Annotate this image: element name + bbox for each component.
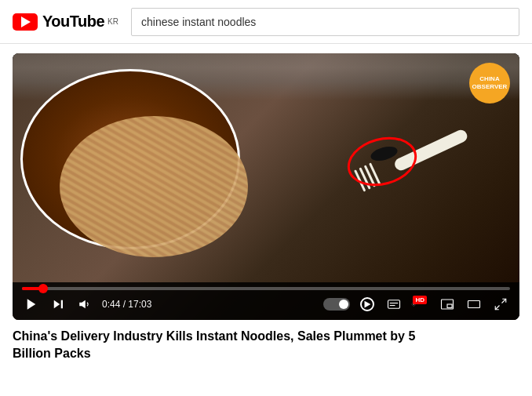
theater-mode-button[interactable]	[465, 295, 483, 314]
video-title: China's Delivery Industry Kills Instant …	[13, 328, 519, 363]
video-title-line1: China's Delivery Industry Kills Instant …	[13, 329, 415, 343]
time-display: 0:44 / 17:03	[102, 299, 151, 310]
svg-rect-11	[468, 301, 480, 308]
svg-marker-1	[54, 300, 60, 309]
logo[interactable]: YouTubeKR	[13, 13, 118, 31]
youtube-wordmark: YouTube	[42, 13, 104, 31]
locale-badge: KR	[107, 17, 118, 26]
next-button[interactable]	[49, 295, 67, 314]
controls-row: 0:44 / 17:03	[22, 295, 510, 314]
progress-bar[interactable]	[22, 287, 510, 290]
video-controls-bar: 0:44 / 17:03	[13, 282, 519, 320]
svg-marker-3	[79, 300, 86, 309]
svg-line-13	[495, 306, 499, 310]
fullscreen-button[interactable]	[491, 295, 510, 314]
miniplayer-button[interactable]	[438, 295, 457, 314]
channel-badge-line2: observer	[472, 83, 508, 91]
youtube-icon	[13, 13, 38, 31]
autoplay-icon[interactable]	[358, 295, 377, 314]
play-button[interactable]	[22, 295, 41, 314]
noodles	[60, 116, 248, 257]
svg-rect-2	[61, 300, 63, 309]
video-thumbnail: CHINA observer	[13, 53, 519, 320]
channel-badge-line1: CHINA	[479, 75, 499, 83]
header: YouTubeKR	[0, 0, 532, 44]
toggle-pill[interactable]	[323, 298, 350, 311]
video-background: CHINA observer	[13, 53, 519, 320]
hd-badge: HD	[413, 296, 427, 304]
subtitles-button[interactable]	[384, 295, 403, 314]
settings-button[interactable]: HD	[411, 295, 430, 314]
svg-line-12	[502, 299, 506, 303]
progress-dot	[38, 284, 48, 293]
circle-icon	[360, 297, 374, 311]
channel-badge: CHINA observer	[469, 63, 510, 104]
search-input[interactable]	[131, 8, 519, 36]
autoplay-toggle[interactable]	[323, 298, 350, 311]
volume-button[interactable]	[75, 295, 94, 314]
svg-rect-10	[447, 304, 452, 308]
svg-marker-0	[27, 299, 36, 310]
svg-marker-4	[365, 301, 371, 308]
video-player: CHINA observer	[13, 53, 519, 320]
video-title-line2: Billion Packs	[13, 347, 91, 360]
svg-rect-5	[388, 300, 400, 309]
